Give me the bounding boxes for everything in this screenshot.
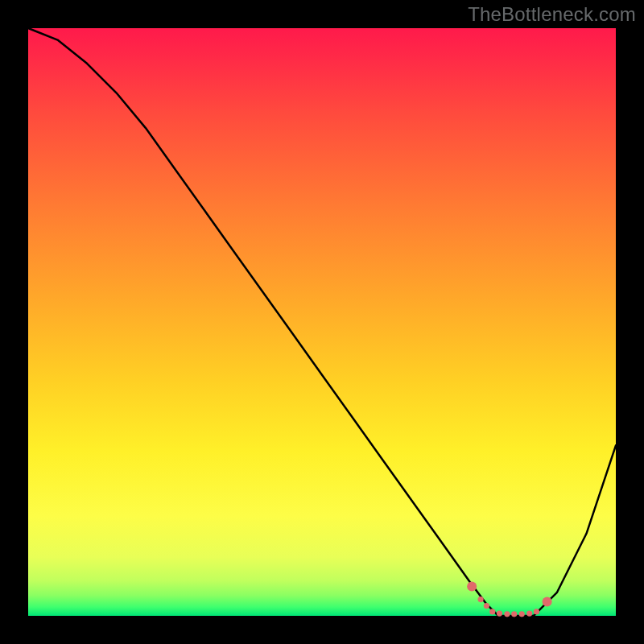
highlight-marker — [478, 597, 484, 602]
highlight-marker — [484, 603, 489, 609]
highlight-marker — [543, 597, 552, 606]
chart-svg — [0, 0, 644, 644]
highlight-marker — [526, 610, 532, 616]
highlight-marker — [511, 611, 517, 617]
highlight-marker — [497, 610, 502, 616]
plot-background — [28, 28, 616, 616]
highlight-marker — [519, 611, 525, 617]
highlight-marker — [504, 611, 510, 617]
highlight-marker — [467, 582, 477, 592]
chart-container: TheBottleneck.com — [0, 0, 644, 644]
highlight-marker — [534, 609, 539, 614]
highlight-marker — [489, 609, 495, 614]
watermark-text: TheBottleneck.com — [468, 3, 636, 26]
